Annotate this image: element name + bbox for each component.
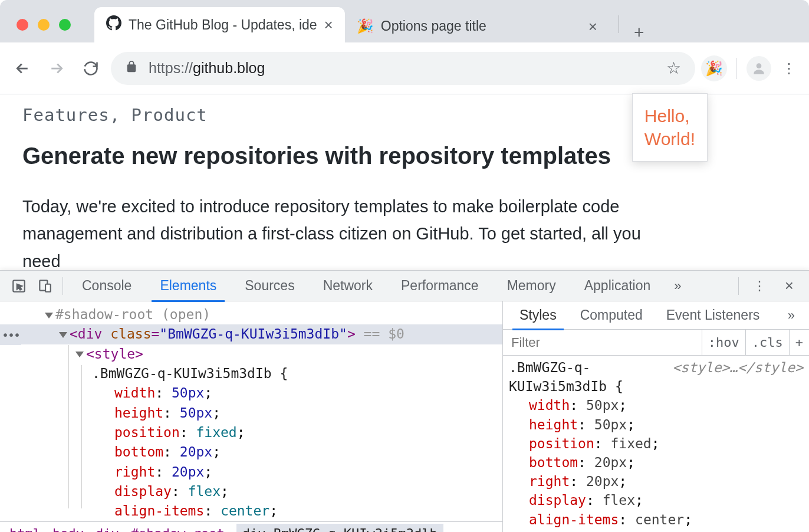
tab-title: Options page title [381, 18, 581, 34]
styles-tabs: Styles Computed Event Listeners » [503, 301, 809, 330]
svg-rect-3 [45, 284, 51, 291]
style-rule[interactable]: display: flex; [509, 491, 803, 510]
devtools-close-icon[interactable]: × [775, 277, 803, 295]
styles-tab-computed[interactable]: Computed [568, 301, 655, 330]
overflow-indicator[interactable]: ••• [0, 325, 21, 345]
toolbar: https://github.blog ☆ 🎉 ⋮ [0, 42, 809, 94]
dom-css-rule[interactable]: height: 50px; [0, 403, 502, 423]
style-rule[interactable]: position: fixed; [509, 434, 803, 453]
dom-css-rule[interactable]: bottom: 20px; [0, 442, 502, 462]
profile-button[interactable] [746, 56, 771, 81]
separator [738, 277, 739, 295]
dom-css-selector[interactable]: .BmWGZG-q-KUIw3i5m3dIb { [0, 364, 502, 383]
toolbar-separator [736, 58, 737, 79]
dom-shadow-root[interactable]: #shadow-root (open) [0, 305, 502, 324]
dom-selected-node[interactable]: <div class="BmWGZG-q-KUIw3i5m3dIb"> == $… [0, 324, 502, 344]
breadcrumb-item[interactable]: div [96, 526, 119, 532]
tab-strip: The GitHub Blog - Updates, ide × 🎉 Optio… [94, 6, 803, 42]
style-rule[interactable]: bottom: 20px; [509, 453, 803, 472]
popup-text-line: Hello, [644, 104, 695, 127]
close-tab-icon[interactable]: × [324, 17, 333, 32]
devtools-tab-memory[interactable]: Memory [493, 271, 570, 301]
url-text: https://github.blog [149, 60, 656, 77]
dom-css-rule[interactable]: width: 50px; [0, 383, 502, 403]
separator [63, 277, 63, 295]
devtools-tab-application[interactable]: Application [570, 271, 665, 301]
devtools-tab-elements[interactable]: Elements [146, 271, 231, 301]
breadcrumb-item[interactable]: #shadow-root [131, 526, 225, 532]
devtools-tab-network[interactable]: Network [309, 271, 387, 301]
devtools-body: ••• #shadow-root (open) <div class="BmWG… [0, 301, 809, 532]
more-tabs-icon[interactable]: » [778, 308, 804, 323]
devtools-tabs: Console Elements Sources Network Perform… [0, 271, 809, 301]
kebab-menu-icon[interactable]: ⋮ [777, 60, 801, 77]
device-toggle-icon[interactable] [32, 278, 58, 294]
inspect-icon[interactable] [6, 278, 32, 294]
devtools-tab-console[interactable]: Console [68, 271, 146, 301]
address-bar[interactable]: https://github.blog ☆ [111, 52, 695, 85]
styles-rules[interactable]: <style>…</style>.BmWGZG-q-KUIw3i5m3dIb {… [503, 356, 809, 532]
minimize-window-button[interactable] [38, 19, 50, 31]
browser-chrome: The GitHub Blog - Updates, ide × 🎉 Optio… [0, 0, 809, 94]
svg-point-0 [757, 63, 762, 68]
rule-selector: .BmWGZG-q-KUIw3i5m3dIb { [509, 360, 623, 394]
post-body: Today, we're excited to introduce reposi… [22, 193, 671, 275]
tab-github-blog[interactable]: The GitHub Blog - Updates, ide × [94, 7, 345, 42]
style-rule[interactable]: right: 20px; [509, 472, 803, 491]
devtools-kebab-icon[interactable]: ⋮ [744, 278, 775, 294]
popup-text-line: World! [644, 127, 695, 150]
style-rule[interactable]: justify-content: center; [509, 529, 803, 532]
breadcrumb-item-active[interactable]: div.BmWGZG-q-KUIw3i5m3dlb [236, 524, 443, 532]
devtools-panel: Console Elements Sources Network Perform… [0, 270, 809, 532]
tab-separator [619, 15, 619, 33]
dom-style-node[interactable]: <style> [0, 344, 502, 364]
styles-filter-input[interactable] [503, 335, 702, 350]
styles-tab-event-listeners[interactable]: Event Listeners [655, 301, 772, 330]
hov-toggle[interactable]: :hov [702, 330, 745, 355]
extension-popup: Hello, World! [632, 93, 708, 162]
github-icon [106, 15, 121, 34]
cls-toggle[interactable]: .cls [745, 330, 789, 355]
dom-css-rule[interactable]: right: 20px; [0, 462, 502, 482]
back-button[interactable] [8, 54, 37, 83]
reload-button[interactable] [77, 54, 105, 83]
lock-icon [125, 60, 138, 77]
devtools-tab-performance[interactable]: Performance [387, 271, 493, 301]
elements-dom-panel[interactable]: ••• #shadow-root (open) <div class="BmWG… [0, 301, 502, 532]
dom-css-rule[interactable]: display: flex; [0, 482, 502, 501]
party-icon: 🎉 [357, 18, 374, 34]
styles-panel: Styles Computed Event Listeners » :hov .… [502, 301, 809, 532]
tab-options[interactable]: 🎉 Options page title × [345, 10, 616, 42]
maximize-window-button[interactable] [59, 19, 71, 31]
bookmark-icon[interactable]: ☆ [666, 58, 681, 78]
styles-tab-styles[interactable]: Styles [508, 301, 568, 330]
devtools-tab-sources[interactable]: Sources [231, 271, 308, 301]
breadcrumb-item[interactable]: html [9, 526, 41, 532]
dom-css-rule[interactable]: align-items: center; [0, 501, 502, 521]
dom-css-rule[interactable]: position: fixed; [0, 423, 502, 442]
close-window-button[interactable] [17, 19, 28, 31]
styles-filter-row: :hov .cls + [503, 330, 809, 356]
breadcrumb-item[interactable]: body [52, 526, 84, 532]
tab-title: The GitHub Blog - Updates, ide [129, 17, 317, 33]
style-rule[interactable]: height: 50px; [509, 415, 803, 434]
new-tab-button[interactable]: + [627, 22, 651, 42]
style-rule[interactable]: width: 50px; [509, 396, 803, 415]
new-rule-button[interactable]: + [789, 330, 809, 355]
window-controls [17, 19, 71, 31]
rule-source[interactable]: <style>…</style> [672, 358, 803, 377]
style-rule[interactable]: align-items: center; [509, 510, 803, 529]
breadcrumb-bar: html body div #shadow-root div.BmWGZG-q-… [0, 521, 502, 532]
forward-button[interactable] [42, 54, 71, 83]
extension-icon[interactable]: 🎉 [701, 55, 727, 81]
more-tabs-icon[interactable]: » [665, 278, 690, 294]
close-tab-icon[interactable]: × [588, 19, 597, 34]
